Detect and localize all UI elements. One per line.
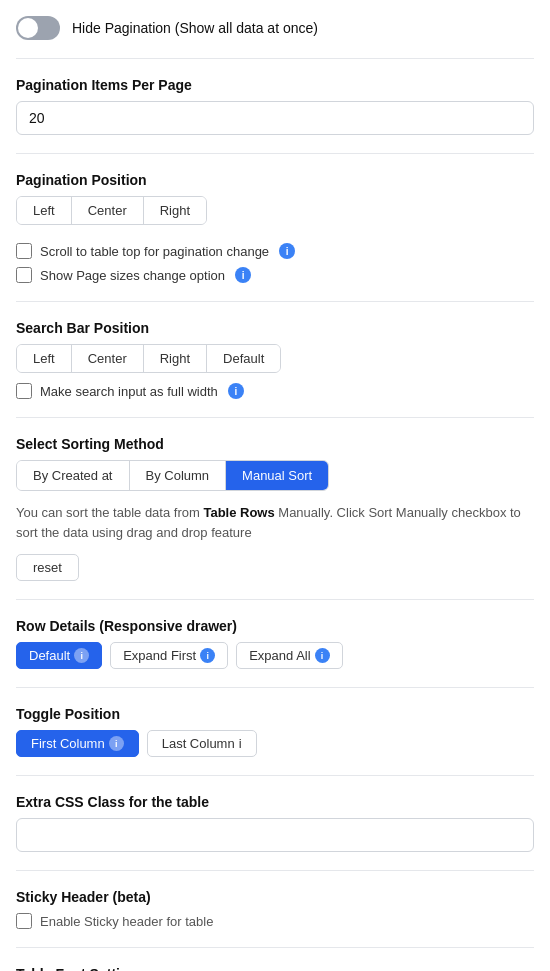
row-details-label: Row Details (Responsive drawer) (16, 618, 534, 634)
font-setting-section: Table Font Setting Font Family theme-fon… (16, 966, 534, 971)
divider-2 (16, 153, 534, 154)
reset-button[interactable]: reset (16, 554, 79, 581)
scroll-to-top-row: Scroll to table top for pagination chang… (16, 243, 534, 259)
pagination-pos-left[interactable]: Left (17, 197, 72, 224)
show-page-sizes-info-icon[interactable]: i (235, 267, 251, 283)
toggle-pos-first-column[interactable]: First Column i (16, 730, 139, 757)
sorting-bold-text: Table Rows (203, 505, 274, 520)
divider-3 (16, 301, 534, 302)
divider-9 (16, 947, 534, 948)
scroll-to-top-checkbox[interactable] (16, 243, 32, 259)
full-width-checkbox[interactable] (16, 383, 32, 399)
toggle-pos-first-label: First Column (31, 736, 105, 751)
divider-6 (16, 687, 534, 688)
search-pos-left[interactable]: Left (17, 345, 72, 372)
pagination-pos-right[interactable]: Right (144, 197, 206, 224)
row-details-expand-first-info[interactable]: i (200, 648, 215, 663)
search-pos-default[interactable]: Default (207, 345, 280, 372)
toggle-pos-last-column[interactable]: Last Column i (147, 730, 257, 757)
full-width-info-icon[interactable]: i (228, 383, 244, 399)
toggle-pos-first-info[interactable]: i (109, 736, 124, 751)
sorting-method-group: By Created at By Column Manual Sort (16, 460, 329, 491)
search-bar-section: Search Bar Position Left Center Right De… (16, 320, 534, 399)
extra-css-label: Extra CSS Class for the table (16, 794, 534, 810)
toggle-position-label: Toggle Position (16, 706, 534, 722)
row-details-default-info[interactable]: i (74, 648, 89, 663)
show-page-sizes-label: Show Page sizes change option (40, 268, 225, 283)
sticky-header-section: Sticky Header (beta) Enable Sticky heade… (16, 889, 534, 929)
row-details-expand-first-label: Expand First (123, 648, 196, 663)
toggle-position-group: First Column i Last Column i (16, 730, 534, 757)
divider-1 (16, 58, 534, 59)
sorting-section: Select Sorting Method By Created at By C… (16, 436, 534, 581)
search-pos-center[interactable]: Center (72, 345, 144, 372)
hide-pagination-label: Hide Pagination (Show all data at once) (72, 20, 318, 36)
sort-by-created[interactable]: By Created at (17, 461, 130, 490)
sticky-header-checkbox[interactable] (16, 913, 32, 929)
sticky-header-checkbox-label: Enable Sticky header for table (40, 914, 213, 929)
sorting-description: You can sort the table data from Table R… (16, 503, 534, 542)
pagination-position-section: Pagination Position Left Center Right (16, 172, 534, 225)
row-details-expand-all[interactable]: Expand All i (236, 642, 342, 669)
show-page-sizes-row: Show Page sizes change option i (16, 267, 534, 283)
sorting-label: Select Sorting Method (16, 436, 534, 452)
row-details-default[interactable]: Default i (16, 642, 102, 669)
hide-pagination-toggle[interactable] (16, 16, 60, 40)
show-page-sizes-checkbox[interactable] (16, 267, 32, 283)
search-pos-right[interactable]: Right (144, 345, 207, 372)
divider-7 (16, 775, 534, 776)
pagination-items-label: Pagination Items Per Page (16, 77, 534, 93)
row-details-default-label: Default (29, 648, 70, 663)
toggle-pos-last-info[interactable]: i (239, 736, 242, 751)
toggle-pos-last-label: Last Column (162, 736, 235, 751)
hide-pagination-row: Hide Pagination (Show all data at once) (16, 16, 534, 40)
sort-manual[interactable]: Manual Sort (226, 461, 328, 490)
scroll-to-top-label: Scroll to table top for pagination chang… (40, 244, 269, 259)
row-details-expand-all-info[interactable]: i (315, 648, 330, 663)
row-details-expand-all-label: Expand All (249, 648, 310, 663)
divider-5 (16, 599, 534, 600)
pagination-items-input[interactable] (16, 101, 534, 135)
divider-8 (16, 870, 534, 871)
extra-css-input[interactable] (16, 818, 534, 852)
font-setting-label: Table Font Setting (16, 966, 534, 971)
pagination-pos-center[interactable]: Center (72, 197, 144, 224)
sticky-header-label: Sticky Header (beta) (16, 889, 534, 905)
search-bar-label: Search Bar Position (16, 320, 534, 336)
row-details-expand-first[interactable]: Expand First i (110, 642, 228, 669)
divider-4 (16, 417, 534, 418)
row-details-group: Default i Expand First i Expand All i (16, 642, 534, 669)
scroll-to-top-info-icon[interactable]: i (279, 243, 295, 259)
row-details-section: Row Details (Responsive drawer) Default … (16, 618, 534, 669)
toggle-position-section: Toggle Position First Column i Last Colu… (16, 706, 534, 757)
sticky-header-inner: Enable Sticky header for table (16, 913, 534, 929)
pagination-items-section: Pagination Items Per Page (16, 77, 534, 135)
pagination-position-label: Pagination Position (16, 172, 534, 188)
toggle-knob (18, 18, 38, 38)
sort-by-column[interactable]: By Column (130, 461, 227, 490)
pagination-position-group: Left Center Right (16, 196, 207, 225)
full-width-label: Make search input as full width (40, 384, 218, 399)
search-bar-position-group: Left Center Right Default (16, 344, 281, 373)
full-width-row: Make search input as full width i (16, 383, 534, 399)
extra-css-section: Extra CSS Class for the table (16, 794, 534, 852)
